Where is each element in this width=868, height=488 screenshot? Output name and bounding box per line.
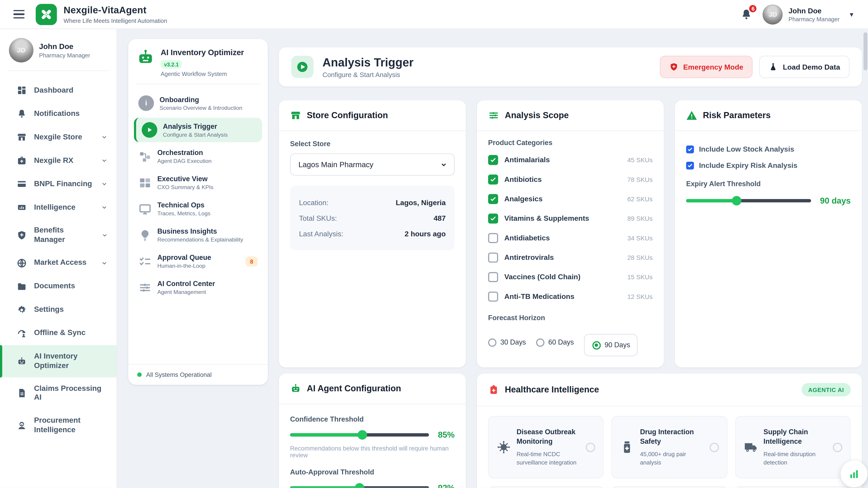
checkbox-unchecked-icon[interactable] bbox=[488, 291, 498, 301]
sidebar-item-ai-inventory-optimizer[interactable]: AI Inventory Optimizer bbox=[0, 345, 117, 377]
step-onboarding[interactable]: i Onboarding Scenario Overview & Introdu… bbox=[134, 91, 262, 116]
category-checkbox-row[interactable]: Antiretrovirals 28 SKUs bbox=[488, 248, 653, 267]
intel-card-clipped[interactable] bbox=[488, 486, 604, 488]
option-circle[interactable] bbox=[709, 442, 719, 452]
user-role: Pharmacy Manager bbox=[788, 15, 839, 22]
emergency-mode-button[interactable]: Emergency Mode bbox=[660, 56, 753, 78]
auto-approval-slider[interactable] bbox=[290, 486, 429, 488]
category-checkbox-row[interactable]: Vitamins & Supplements 89 SKUs bbox=[488, 208, 653, 228]
credit-card-icon bbox=[17, 179, 27, 189]
card-title: AI Agent Configuration bbox=[307, 384, 401, 394]
slider-thumb[interactable] bbox=[355, 483, 365, 488]
user-menu[interactable]: JD John Doe Pharmacy Manager ▼ bbox=[763, 4, 855, 24]
step-ai-control-center[interactable]: AI Control Center Agent Management bbox=[134, 275, 262, 299]
checkbox-unchecked-icon[interactable] bbox=[488, 272, 498, 282]
radio-90-days[interactable]: 90 Days bbox=[584, 334, 638, 356]
forecast-horizon-label: Forecast Horizon bbox=[488, 314, 653, 322]
sidebar-item-nexgile-rx[interactable]: Nexgile RX bbox=[0, 149, 117, 172]
threshold-value: 90 days bbox=[820, 196, 851, 205]
play-circle-icon bbox=[296, 61, 308, 73]
card-title: Risk Parameters bbox=[703, 110, 771, 121]
checkbox-checked-icon[interactable] bbox=[488, 174, 498, 184]
step-business-insights[interactable]: Business Insights Recommendations & Expl… bbox=[134, 223, 262, 247]
info-row: Last Analysis: 2 hours ago bbox=[299, 226, 446, 241]
sidebar-item-settings[interactable]: Settings bbox=[0, 298, 117, 322]
scrollbar-thumb[interactable] bbox=[864, 32, 867, 70]
expiry-risk-checkbox[interactable]: Include Expiry Risk Analysis bbox=[686, 157, 850, 173]
robot-icon bbox=[17, 356, 27, 366]
page-icon bbox=[291, 56, 313, 78]
medkit-red-icon bbox=[488, 384, 499, 395]
step-executive-view[interactable]: Executive View CXO Summary & KPIs bbox=[134, 170, 262, 195]
load-demo-data-button[interactable]: Load Demo Data bbox=[760, 56, 850, 78]
sidebar-item-dashboard[interactable]: Dashboard bbox=[0, 78, 117, 102]
main-content: AI Inventory Optimizer v3.2.1 Agentic Wo… bbox=[117, 29, 868, 488]
sidebar-item-market-access[interactable]: Market Access bbox=[0, 251, 117, 275]
storefront-icon bbox=[290, 110, 301, 121]
checkbox-checked-icon[interactable] bbox=[488, 155, 498, 165]
option-circle[interactable] bbox=[833, 442, 842, 452]
category-checkbox-row[interactable]: Analgesics 62 SKUs bbox=[488, 189, 653, 208]
chevron-down-icon bbox=[101, 181, 108, 188]
auto-approval-label: Auto-Approval Threshold bbox=[290, 468, 455, 476]
confidence-threshold-label: Confidence Threshold bbox=[290, 416, 455, 423]
truck-icon bbox=[743, 440, 758, 454]
flask-icon bbox=[769, 62, 778, 71]
sidebar-item-documents[interactable]: Documents bbox=[0, 275, 117, 298]
checkbox-unchecked-icon[interactable] bbox=[488, 233, 498, 242]
sidebar-item-procurement-intelligence[interactable]: Procurement Intelligence bbox=[0, 410, 117, 442]
sidebar-item-intelligence[interactable]: Intelligence bbox=[0, 196, 117, 219]
workflow-title: AI Inventory Optimizer bbox=[161, 48, 244, 57]
category-checkbox-row[interactable]: Antibiotics 78 SKUs bbox=[488, 169, 653, 189]
hamburger-menu-icon[interactable] bbox=[13, 10, 24, 19]
confidence-threshold-slider[interactable] bbox=[290, 433, 429, 436]
sidebar-item-notifications[interactable]: Notifications bbox=[0, 102, 117, 126]
expiry-threshold-slider[interactable] bbox=[686, 199, 811, 202]
lightbulb-icon bbox=[138, 228, 152, 242]
app-title: Nexgile-VitaAgent bbox=[64, 5, 167, 16]
select-store-label: Select Store bbox=[290, 140, 455, 148]
category-checkbox-row[interactable]: Antimalarials 45 SKUs bbox=[488, 150, 653, 169]
dashboard-icon bbox=[17, 86, 27, 95]
page-scrollbar[interactable] bbox=[864, 30, 867, 488]
sidebar-item-nexgile-store[interactable]: Nexgile Store bbox=[0, 125, 117, 149]
warning-triangle-icon bbox=[686, 110, 697, 121]
notifications-bell[interactable]: 6 bbox=[738, 6, 755, 23]
radio-60-days[interactable]: 60 Days bbox=[536, 338, 574, 347]
step-approval-queue[interactable]: Approval Queue Human-in-the-Loop 8 bbox=[134, 249, 262, 273]
step-orchestration[interactable]: Orchestration Agent DAG Execution bbox=[134, 144, 262, 168]
radio-30-days[interactable]: 30 Days bbox=[488, 338, 526, 347]
robot-icon bbox=[290, 383, 301, 394]
slider-thumb[interactable] bbox=[358, 430, 367, 440]
sidebar-item-claims-processing-ai[interactable]: Claims Processing AI bbox=[0, 377, 117, 410]
intel-card-clipped[interactable] bbox=[735, 486, 851, 488]
category-checkbox-row[interactable]: Vaccines (Cold Chain) 15 SKUs bbox=[488, 267, 653, 287]
intel-card-drug-interaction[interactable]: Drug Interaction Safety 45,000+ drug pai… bbox=[612, 416, 727, 478]
store-select[interactable]: Lagos Main Pharmacy bbox=[290, 153, 455, 176]
sidebar-item-benefits-manager[interactable]: Benefits Manager bbox=[0, 219, 117, 252]
low-stock-checkbox[interactable]: Include Low Stock Analysis bbox=[686, 141, 850, 157]
step-technical-ops[interactable]: Technical Ops Traces, Metrics, Logs bbox=[134, 197, 262, 221]
sidebar-item-bnpl-financing[interactable]: BNPL Financing bbox=[0, 172, 117, 196]
intel-card-disease-outbreak[interactable]: Disease Outbreak Monitoring Real-time NC… bbox=[488, 416, 604, 478]
chevron-down-icon bbox=[440, 161, 447, 168]
checkbox-unchecked-icon[interactable] bbox=[488, 252, 498, 262]
bell-icon bbox=[17, 109, 27, 119]
sidebar-item-offline-sync[interactable]: Offline & Sync bbox=[0, 322, 117, 345]
checkbox-checked-icon[interactable] bbox=[488, 194, 498, 204]
slider-thumb[interactable] bbox=[732, 196, 741, 205]
step-analysis-trigger[interactable]: Analysis Trigger Configure & Start Analy… bbox=[134, 118, 262, 142]
workflow-panel: AI Inventory Optimizer v3.2.1 Agentic Wo… bbox=[128, 39, 268, 385]
category-checkbox-row[interactable]: Anti-TB Medications 12 SKUs bbox=[488, 287, 653, 306]
checkbox-checked-icon[interactable] bbox=[488, 213, 498, 223]
store-configuration-card: Store Configuration Select Store Lagos M… bbox=[279, 100, 466, 367]
radio-icon bbox=[536, 338, 544, 347]
notification-badge: 6 bbox=[748, 4, 758, 13]
category-checkbox-row[interactable]: Antidiabetics 34 SKUs bbox=[488, 228, 653, 248]
intel-card-clipped[interactable] bbox=[612, 486, 727, 488]
option-circle[interactable] bbox=[586, 442, 595, 452]
virus-icon bbox=[496, 440, 511, 454]
workflow-subtitle: Agentic Workflow System bbox=[161, 70, 260, 77]
intel-card-supply-chain[interactable]: Supply Chain Intelligence Real-time disr… bbox=[735, 416, 851, 478]
status-dot bbox=[137, 372, 142, 377]
